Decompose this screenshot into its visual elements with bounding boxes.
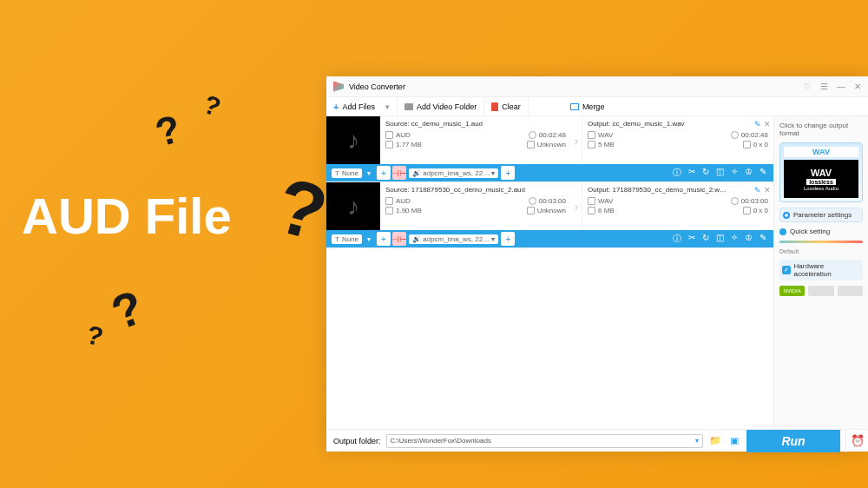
hardware-accel-toggle[interactable]: ✓ Hardware acceleration (779, 260, 863, 280)
merge-label: Merge (582, 102, 605, 111)
quick-label: Quick setting (790, 228, 830, 235)
format-hint: Click to change output format (779, 122, 863, 137)
src-size: 1.90 MB (396, 207, 422, 214)
watermark-icon[interactable]: ♔ (745, 167, 753, 179)
parameter-settings-button[interactable]: Parameter settings (779, 208, 863, 222)
checkbox-icon: ✓ (782, 266, 791, 274)
bullet-icon (779, 228, 786, 235)
question-mark-icon: ? (151, 106, 186, 155)
effect-icon[interactable]: ✧ (731, 167, 738, 179)
rotate-icon[interactable]: ↻ (702, 167, 709, 179)
quality-slider[interactable] (779, 241, 863, 243)
run-button[interactable]: Run (746, 430, 840, 452)
gpu-row: NVIDIA (779, 286, 863, 296)
out-duration: 00:02:48 (741, 131, 768, 139)
clock-icon (529, 131, 536, 139)
split-button[interactable]: ⊣⊢ (392, 166, 406, 180)
chevron-down-icon[interactable]: ▾ (365, 169, 373, 177)
info-icon[interactable]: ⓘ (673, 167, 681, 179)
clear-label: Clear (502, 102, 521, 111)
src-format: AUD (396, 197, 411, 205)
audio-codec-selector[interactable]: 🔊 adpcm_ima_ws, 22… ▾ (409, 234, 498, 244)
add-audio-button[interactable]: + (501, 232, 515, 246)
track-bar: T None ▾ + ⊣⊢ 🔊 adpcm_ima_ws, 22… ▾ + ⓘ … (326, 164, 773, 181)
file-item: Source: cc_demo_music_1.aud AUD 00:02:48… (326, 116, 773, 182)
clock-icon (529, 197, 536, 205)
file-icon (385, 207, 393, 214)
add-files-button[interactable]: + Add Files ▾ (326, 97, 398, 115)
rotate-icon[interactable]: ↻ (702, 233, 709, 245)
output-label: Output: cc_demo_music_1.wav (588, 120, 768, 128)
amd-badge (838, 286, 863, 296)
chevron-down-icon[interactable]: ▾ (695, 437, 699, 445)
alarm-button[interactable]: ⏰ (845, 430, 868, 452)
file-item: Source: 1718879530_cc_demo_music_2.aud A… (326, 182, 773, 248)
output-column: ✎ ✕ Output: 1718879530_cc_demo_music_2.w… (582, 182, 773, 230)
cart-icon[interactable]: ☰ (820, 82, 828, 91)
app-window: Video Converter ♡ ☰ — ✕ + Add Files ▾ Ad… (326, 76, 868, 452)
resolution-icon (527, 207, 535, 214)
output-format-card[interactable]: WAV WAV lossless Lossless Audio (779, 142, 863, 202)
format-icon (588, 131, 595, 139)
minimize-button[interactable]: — (837, 82, 845, 91)
watermark-icon[interactable]: ♔ (745, 233, 753, 245)
edit-icon[interactable]: ✎ (754, 186, 761, 195)
codec-value: adpcm_ima_ws, 22… (423, 169, 490, 177)
remove-icon[interactable]: ✕ (764, 120, 771, 129)
browse-button[interactable]: ▣ (727, 434, 741, 448)
resolution-icon (743, 141, 751, 148)
output-folder-input[interactable]: C:\Users\WonderFox\Downloads ▾ (386, 434, 703, 448)
source-column: Source: 1718879530_cc_demo_music_2.aud A… (380, 182, 571, 230)
chevron-down-icon[interactable]: ▾ (385, 102, 390, 111)
effect-icon[interactable]: ✧ (731, 233, 738, 245)
chevron-down-icon[interactable]: ▾ (365, 235, 373, 243)
quick-setting-row: Quick setting (779, 228, 863, 235)
format-badge: lossless (806, 179, 836, 185)
resolution-icon (527, 141, 535, 148)
src-size: 1.77 MB (396, 141, 422, 148)
edit-icon[interactable]: ✎ (760, 233, 766, 245)
nvidia-badge: NVIDIA (779, 286, 805, 296)
thumbnail-icon[interactable] (326, 182, 380, 230)
split-button[interactable]: ⊣⊢ (392, 232, 406, 246)
edit-icon[interactable]: ✎ (760, 167, 766, 179)
question-mark-icon: ? (200, 89, 225, 122)
crop-icon[interactable]: ◫ (716, 167, 724, 179)
src-duration: 00:02:48 (539, 131, 566, 139)
add-subtitle-button[interactable]: + (377, 232, 391, 246)
close-button[interactable]: ✕ (854, 82, 861, 91)
audio-codec-selector[interactable]: 🔊 adpcm_ima_ws, 22… ▾ (409, 168, 498, 178)
footer: Output folder: C:\Users\WonderFox\Downlo… (326, 429, 868, 452)
user-icon[interactable]: ♡ (804, 82, 812, 91)
remove-icon[interactable]: ✕ (764, 186, 771, 195)
subtitle-selector[interactable]: T None (332, 234, 362, 244)
cut-icon[interactable]: ✂ (688, 233, 695, 245)
src-duration: 00:03:00 (539, 197, 566, 205)
crop-icon[interactable]: ◫ (716, 233, 724, 245)
out-size: 6 MB (598, 207, 615, 214)
codec-value: adpcm_ima_ws, 22… (423, 235, 490, 243)
add-audio-button[interactable]: + (501, 166, 515, 180)
add-folder-button[interactable]: Add Video Folder (398, 97, 484, 115)
format-title: WAV (811, 168, 832, 178)
open-folder-button[interactable]: 📁 (708, 434, 722, 448)
thumbnail-icon[interactable] (326, 116, 380, 164)
window-title: Video Converter (349, 82, 405, 91)
subtitle-selector[interactable]: T None (332, 168, 362, 178)
subtitle-value: None (342, 235, 358, 243)
add-subtitle-button[interactable]: + (377, 166, 391, 180)
info-icon[interactable]: ⓘ (673, 233, 681, 245)
out-duration: 00:03:00 (741, 197, 768, 205)
clear-button[interactable]: Clear (484, 97, 529, 115)
cut-icon[interactable]: ✂ (688, 167, 695, 179)
src-format: AUD (396, 131, 411, 139)
param-label: Parameter settings (793, 211, 852, 219)
arrow-icon: › (571, 116, 582, 164)
trash-icon (491, 102, 498, 111)
edit-icon[interactable]: ✎ (754, 120, 761, 129)
side-panel: Click to change output format WAV WAV lo… (774, 116, 868, 429)
format-tab: WAV (784, 147, 858, 157)
file-list: Source: cc_demo_music_1.aud AUD 00:02:48… (326, 116, 773, 429)
merge-button[interactable]: Merge (563, 97, 612, 115)
clock-icon (731, 197, 739, 205)
